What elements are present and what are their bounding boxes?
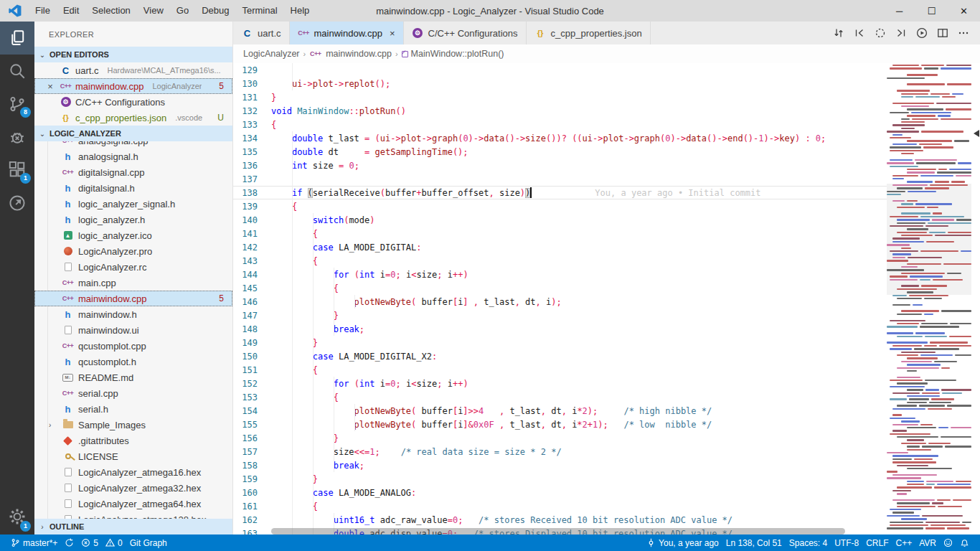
open-editor-mainwindow.cpp[interactable]: ×C++mainwindow.cppLogicAnalyzer5 <box>34 78 232 94</box>
forward-icon[interactable] <box>893 25 909 41</box>
minimap-token <box>897 323 919 324</box>
open-editor-C/C++ Configurations[interactable]: ⚙C/C++ Configurations <box>34 94 232 110</box>
status-crlf[interactable]: CRLF <box>862 534 892 551</box>
code-line-148: 148 break; <box>233 322 887 336</box>
code-viewport[interactable]: 129130 ui->plot->replot();131}132void Ma… <box>233 63 887 534</box>
status-branch[interactable]: master*+ <box>7 534 61 551</box>
minimap-token <box>897 367 939 369</box>
activity-gear-icon[interactable]: 1 <box>0 499 34 534</box>
horizontal-scrollbar[interactable] <box>271 528 845 534</box>
outline-header[interactable]: › OUTLINE <box>34 519 232 534</box>
status-avr[interactable]: AVR <box>915 534 940 551</box>
line-number: 147 <box>233 311 258 321</box>
menu-edit[interactable]: Edit <box>57 0 85 22</box>
tree-item-mainwindow.ui[interactable]: mainwindow.ui <box>34 322 232 338</box>
close-icon[interactable]: × <box>44 81 56 92</box>
status-c-[interactable]: C++ <box>892 534 916 551</box>
status-utf-8[interactable]: UTF-8 <box>831 534 862 551</box>
status-error[interactable]: 5 <box>77 534 102 551</box>
tab-uart.c[interactable]: Cuart.c <box>233 22 290 44</box>
tree-item-Sample_Images[interactable]: ›Sample_Images <box>34 417 232 433</box>
minimap-token <box>887 527 923 529</box>
tab-mainwindow.cpp[interactable]: C++mainwindow.cpp× <box>290 22 404 44</box>
open-editors-header[interactable]: ⌄ OPEN EDITORS <box>34 47 232 62</box>
activity-git-history-icon[interactable] <box>0 187 34 220</box>
tree-item-analogsignal.h[interactable]: hanalogsignal.h <box>34 149 232 164</box>
minimap-token <box>925 380 957 381</box>
tree-item-logic_analyzer_signal.h[interactable]: hlogic_analyzer_signal.h <box>34 196 232 212</box>
tree-item-mainwindow.cpp[interactable]: C++mainwindow.cpp5 <box>34 291 232 306</box>
tree-item-LogicAnalyzer_atmega128.hex[interactable]: LogicAnalyzer_atmega128.hex <box>34 512 232 519</box>
close-button[interactable]: ✕ <box>948 0 980 22</box>
tree-item-LogicAnalyzer_atmega64.hex[interactable]: LogicAnalyzer_atmega64.hex <box>34 496 232 512</box>
menu-debug[interactable]: Debug <box>195 0 235 22</box>
token: buffer <box>385 188 416 198</box>
minimap-token <box>887 342 928 343</box>
minimap-token <box>946 65 971 66</box>
tree-item-LogicAnalyzer.pro[interactable]: LogicAnalyzer.pro <box>34 243 232 259</box>
menu-file[interactable]: File <box>29 0 57 22</box>
activity-source-control-icon[interactable]: 8 <box>0 88 34 121</box>
breadcrumb-item[interactable]: C++mainwindow.cpp <box>309 49 392 59</box>
indent-guide <box>292 499 293 513</box>
status-sync[interactable] <box>61 534 77 551</box>
menu-view[interactable]: View <box>137 0 170 22</box>
activity-files-icon[interactable] <box>0 22 34 55</box>
status-git-graph[interactable]: Git Graph <box>126 534 171 551</box>
open-editor-uart.c[interactable]: Cuart.cHardware\MCAL_ATmega16\s... <box>34 62 232 78</box>
status-bell[interactable] <box>956 534 973 551</box>
close-icon[interactable]: × <box>390 28 395 39</box>
menu-terminal[interactable]: Terminal <box>235 0 283 22</box>
breadcrumb-item[interactable]: LogicAnalyzer <box>243 49 300 59</box>
tree-item-logic_analyzer.h[interactable]: hlogic_analyzer.h <box>34 212 232 227</box>
project-section-header[interactable]: ⌄ LOGIC_ANALYZER <box>34 126 232 141</box>
tree-item-logic_analyzer.ico[interactable]: ▲logic_analyzer.ico <box>34 227 232 243</box>
menu-selection[interactable]: Selection <box>85 0 136 22</box>
status-smiley[interactable] <box>940 534 956 551</box>
activity-search-icon[interactable] <box>0 55 34 88</box>
breadcrumb[interactable]: LogicAnalyzer›C++mainwindow.cpp›MainWind… <box>233 44 980 63</box>
indent-guide <box>292 254 293 268</box>
tree-item-qcustomplot.h[interactable]: hqcustomplot.h <box>34 354 232 369</box>
tree-item-main.cpp[interactable]: C++main.cpp <box>34 275 232 291</box>
tree-item-qcustomplot.cpp[interactable]: C++qcustomplot.cpp <box>34 338 232 354</box>
open-editor-c_cpp_properties.json[interactable]: {}c_cpp_properties.json.vscodeU <box>34 110 232 126</box>
tree-item-.gitattributes[interactable]: .gitattributes <box>34 433 232 448</box>
tab-c_cpp_properties.json[interactable]: {}c_cpp_properties.json <box>527 22 651 44</box>
vertical-scrollbar[interactable] <box>971 63 980 534</box>
tree-item-analogsignal.cpp[interactable]: C++analogsignal.cpp <box>34 141 232 149</box>
more-actions-icon[interactable] <box>956 25 971 41</box>
tree-item-digitalsignal.h[interactable]: hdigitalsignal.h <box>34 180 232 196</box>
tab-C/C++ Configurations[interactable]: ⚙C/C++ Configurations <box>404 22 527 44</box>
status-warning[interactable]: 0 <box>102 534 126 551</box>
maximize-button[interactable]: ☐ <box>915 0 948 22</box>
status-spaces-4[interactable]: Spaces: 4 <box>786 534 831 551</box>
status-ln-138-col-51[interactable]: Ln 138, Col 51 <box>722 534 786 551</box>
minimap-token <box>890 166 918 167</box>
circle-dash-icon[interactable] <box>872 25 888 41</box>
back-icon[interactable] <box>852 25 867 41</box>
tree-item-README.md[interactable]: M↓README.md <box>34 369 232 385</box>
activity-extensions-icon[interactable]: 1 <box>0 154 34 187</box>
minimize-button[interactable]: ─ <box>883 0 915 22</box>
minimap[interactable] <box>887 63 971 534</box>
tree-item-digitalsignal.cpp[interactable]: C++digitalsignal.cpp <box>34 164 232 180</box>
tree-item-LogicAnalyzer_atmega32.hex[interactable]: LogicAnalyzer_atmega32.hex <box>34 480 232 496</box>
run-icon[interactable] <box>914 25 930 41</box>
tree-item-serial.cpp[interactable]: C++serial.cpp <box>34 385 232 401</box>
breadcrumb-item[interactable]: MainWindow::plotRun() <box>402 49 504 59</box>
tree-item-LogicAnalyzer_atmega16.hex[interactable]: LogicAnalyzer_atmega16.hex <box>34 464 232 480</box>
minimap-token <box>949 336 971 337</box>
minimap-line <box>887 99 971 100</box>
split-editor-icon[interactable] <box>935 25 951 41</box>
line-number: 131 <box>233 93 258 103</box>
tree-item-LICENSE[interactable]: LICENSE <box>34 448 232 464</box>
tree-item-mainwindow.h[interactable]: hmainwindow.h <box>34 306 232 322</box>
menu-go[interactable]: Go <box>170 0 195 22</box>
tree-item-LogicAnalyzer.rc[interactable]: LogicAnalyzer.rc <box>34 259 232 275</box>
menu-help[interactable]: Help <box>284 0 316 22</box>
activity-debug-icon[interactable] <box>0 121 34 154</box>
compare-changes-icon[interactable] <box>831 25 847 41</box>
status-commit[interactable]: You, a year ago <box>643 534 722 551</box>
tree-item-serial.h[interactable]: hserial.h <box>34 401 232 417</box>
